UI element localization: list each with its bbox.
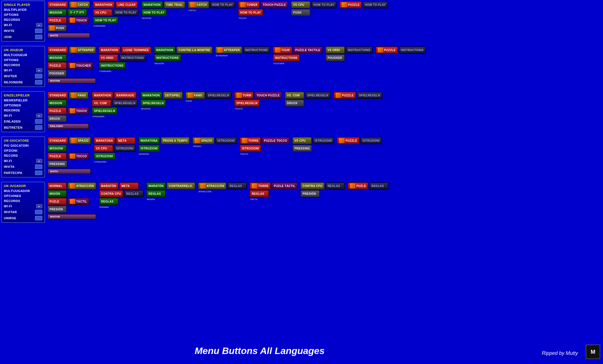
game-button[interactable]: LIGNE TERMINÉE [121, 46, 151, 54]
game-button[interactable]: PRESSING [47, 160, 67, 168]
game-button[interactable]: ナイアガラ [68, 9, 87, 16]
game-button[interactable]: TURM [234, 92, 254, 99]
sidebar-item[interactable]: INVITA [3, 164, 43, 170]
game-button[interactable]: META [119, 182, 139, 190]
game-button[interactable]: PUSH [47, 24, 67, 32]
game-button[interactable]: PUZZLE [47, 107, 67, 114]
game-button[interactable]: TOUCH [68, 17, 89, 24]
game-button[interactable]: STANDARD [47, 1, 68, 8]
sidebar-item[interactable]: PIÙ GIOCATORI [3, 143, 43, 148]
sidebar-item[interactable]: RECORDS [3, 63, 43, 68]
game-button[interactable]: SPIELREGELN [92, 107, 117, 114]
game-button[interactable]: PUZZLE [339, 1, 362, 8]
game-button[interactable]: VS CPU [291, 1, 310, 8]
game-button[interactable]: TÁCTIL [68, 198, 89, 205]
game-button[interactable]: MARATHON [140, 92, 162, 99]
sidebar-item[interactable]: UN JOUEUR [3, 48, 43, 53]
game-button[interactable]: PUZLE TÁCTIL [272, 182, 298, 190]
game-button[interactable]: DRUCK [285, 99, 304, 107]
game-button[interactable]: ISTRUZIONI [240, 145, 261, 152]
game-button[interactable]: PUZZLE [47, 62, 67, 69]
game-button[interactable]: MISIÓN [47, 190, 67, 197]
game-button[interactable]: ISTRUZIONI [139, 145, 160, 152]
game-button[interactable]: MARATHON [99, 46, 120, 54]
game-button[interactable]: PUZZLE [47, 17, 67, 24]
game-button[interactable]: PUZZLE TACTILE [293, 46, 323, 54]
sidebar-item[interactable]: MEHRSPIELER [3, 98, 43, 103]
sidebar-item[interactable]: OPTIONS [3, 58, 43, 63]
invite-button[interactable]: INVITA [47, 169, 91, 174]
game-button[interactable]: PUZLE [47, 198, 67, 205]
sidebar-item[interactable]: OPTIONS [3, 12, 43, 17]
game-button[interactable]: ISTRUZIONI [114, 145, 136, 152]
game-button[interactable]: MARATONA [139, 137, 160, 144]
game-button[interactable]: NORMAL [47, 182, 67, 190]
game-button[interactable]: TORRE [249, 182, 271, 190]
game-button[interactable]: MARATÓN [99, 182, 118, 190]
game-button[interactable]: CATCH [188, 1, 209, 8]
game-button[interactable]: REGLAS [99, 198, 118, 205]
game-button[interactable]: PUSH [291, 9, 310, 16]
game-button[interactable]: MISSION [47, 9, 67, 16]
game-button[interactable]: MARATHON [93, 1, 115, 8]
game-button[interactable]: TIME TRIAL [164, 1, 185, 8]
game-button[interactable]: HOW TO PLAY [210, 1, 235, 8]
game-button[interactable]: HOW TO PLAY [93, 17, 118, 24]
game-button[interactable]: SPIELREGELN [206, 92, 231, 99]
sidebar-item[interactable]: MULTIJUGADOR [3, 188, 43, 193]
game-button[interactable]: INSTRUCTIONS [399, 46, 426, 54]
sidebar-item[interactable]: INVITAR [3, 209, 43, 215]
game-button[interactable]: HOW TO PLAY [311, 1, 337, 8]
sidebar-item[interactable]: RECORDS [3, 17, 43, 22]
game-button[interactable]: SPIELREGELN [234, 99, 260, 107]
game-button[interactable]: STANDARD [47, 92, 68, 99]
game-button[interactable]: MARATONA [94, 137, 115, 144]
sidebar-item[interactable]: EINLADEN [3, 118, 43, 124]
game-button[interactable]: VS ORDI [325, 46, 345, 54]
game-button[interactable]: VS CPU [94, 145, 113, 152]
game-button[interactable]: LINE CLEAR [115, 1, 138, 8]
game-button[interactable]: TOUCH PUZZLE [254, 92, 282, 99]
sidebar-item[interactable]: OPTIONEN [3, 103, 43, 108]
game-button[interactable]: HOW TO PLAY [141, 9, 167, 16]
game-button[interactable]: PRESIÓN [300, 190, 320, 197]
game-button[interactable]: PUZZLE [47, 153, 67, 160]
game-button[interactable]: CONTRA CPU [300, 182, 325, 190]
game-button[interactable]: ZEITSPIEL [163, 92, 183, 99]
sidebar-item[interactable]: WI-FIWi [3, 113, 43, 118]
game-button[interactable]: CATCH [69, 1, 90, 8]
game-button[interactable]: CONTRA CPU [99, 190, 123, 197]
game-button[interactable]: HOW TO PLAY [238, 9, 263, 16]
sidebar-item[interactable]: WI-FIWi [3, 203, 43, 209]
sidebar-item[interactable]: WI-FIWi [3, 158, 43, 164]
game-button[interactable]: ATTRAPER [215, 46, 242, 54]
game-button[interactable]: POUSSER [325, 54, 345, 61]
game-button[interactable]: INSTRUCTIONS [99, 62, 126, 69]
game-button[interactable]: VS ORDI [99, 54, 118, 61]
game-button[interactable]: INSTRUCTIONS [273, 54, 300, 61]
sidebar-item[interactable]: UNIRSE [3, 215, 43, 221]
game-button[interactable]: CONTRARRELO. [167, 182, 195, 190]
sidebar-item[interactable]: REKORDE [3, 108, 43, 113]
game-button[interactable]: PRESSING [292, 145, 312, 152]
invite-button[interactable]: INVITE [47, 33, 90, 38]
invite-button[interactable]: EINLADEN [47, 123, 89, 129]
game-button[interactable]: HOW TO PLAY [363, 1, 388, 8]
game-button[interactable]: CONTRE-LA-MONTRE [176, 46, 212, 54]
game-button[interactable]: BARRIKADE [114, 92, 137, 99]
game-button[interactable]: TOWER [238, 1, 260, 8]
game-button[interactable]: INSTRUCTIONS [243, 46, 270, 54]
game-button[interactable]: MARATHON [92, 92, 113, 99]
game-button[interactable]: REGLAS [146, 190, 166, 197]
sidebar-item[interactable]: WI-FIWi [3, 68, 43, 73]
invite-button[interactable]: INVITER [47, 78, 96, 84]
sidebar-item[interactable]: PARTECIPA [3, 170, 43, 176]
invite-button[interactable]: INVITAR [47, 214, 96, 220]
game-button[interactable]: STANDARD [47, 46, 68, 54]
game-button[interactable]: ATTRAPER [69, 46, 96, 54]
sidebar-item[interactable]: WI-FIWi [3, 22, 43, 28]
sidebar-item[interactable]: UN JUGADOR [3, 183, 43, 188]
game-button[interactable]: TOCCO [68, 153, 89, 160]
game-button[interactable]: PUZLE [348, 182, 368, 190]
game-button[interactable]: VS CPU [93, 9, 112, 16]
